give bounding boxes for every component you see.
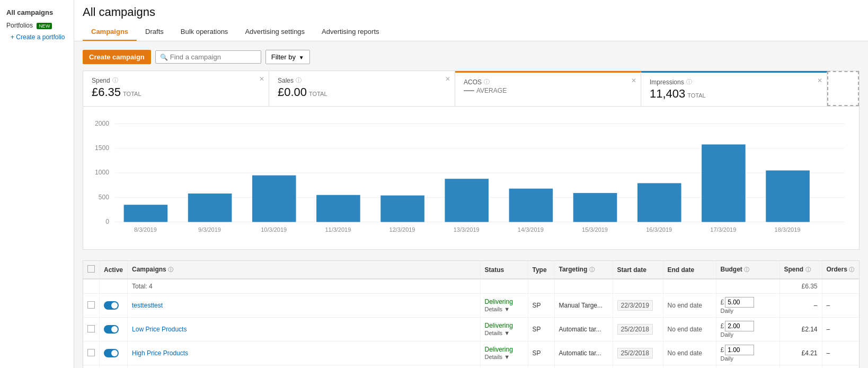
svg-text:1500: 1500 (95, 144, 109, 152)
budget-field[interactable] (725, 297, 754, 308)
svg-text:12/3/2019: 12/3/2019 (389, 226, 415, 233)
budget-input: £ (721, 345, 775, 355)
bar-10 (766, 170, 810, 222)
budget-input: £ (721, 297, 775, 308)
th-campaigns: Campaigns ⓘ (128, 261, 480, 279)
active-toggle[interactable] (104, 349, 119, 357)
bar-7 (573, 193, 617, 222)
sidebar-create-portfolio[interactable]: + Create a portfolio (0, 31, 74, 43)
row-checkbox[interactable] (87, 301, 95, 309)
search-box: 🔍 (155, 50, 261, 64)
sales-value: £0.00 TOTAL (278, 85, 446, 99)
sidebar-item-all-campaigns[interactable]: All campaigns (0, 5, 74, 20)
svg-text:16/3/2019: 16/3/2019 (646, 226, 672, 233)
details-link[interactable]: Details ▼ (485, 354, 510, 360)
th-budget: Budget ⓘ (716, 261, 780, 279)
select-all-checkbox[interactable] (87, 265, 95, 273)
svg-text:0: 0 (105, 218, 109, 225)
svg-text:14/3/2019: 14/3/2019 (518, 226, 544, 233)
content-area: Create campaign 🔍 Filter by ▼ ✕ Spend (74, 41, 868, 368)
tab-drafts[interactable]: Drafts (137, 23, 172, 41)
start-date: 25/2/2018 (617, 348, 653, 358)
acos-dash (464, 90, 474, 91)
budget-field[interactable] (725, 345, 754, 355)
metric-impressions: ✕ Impressions ⓘ 11,403 TOTAL (641, 71, 827, 106)
metric-acos-close[interactable]: ✕ (631, 77, 636, 84)
status-label: Delivering (485, 322, 524, 329)
budget-info-icon[interactable]: ⓘ (744, 267, 749, 273)
tab-advertising-reports[interactable]: Advertising reports (313, 23, 387, 41)
toolbar: Create campaign 🔍 Filter by ▼ (83, 50, 860, 64)
metric-add-card[interactable] (827, 71, 859, 106)
metric-spend-close[interactable]: ✕ (259, 75, 264, 83)
bar-1 (188, 194, 232, 222)
campaigns-info-icon[interactable]: ⓘ (168, 267, 173, 273)
table-row: testtesttest Delivering Details ▼ SP Man… (83, 294, 859, 318)
th-orders: Orders ⓘ (822, 261, 859, 279)
tab-advertising-settings[interactable]: Advertising settings (236, 23, 313, 41)
targeting-cell: Automatic tar... (554, 318, 613, 341)
acos-info-icon[interactable]: ⓘ (484, 78, 490, 86)
type-cell: SP (528, 294, 554, 318)
metric-impressions-close[interactable]: ✕ (817, 77, 822, 84)
table-row: Low Price Products Delivering Details ▼ … (83, 318, 859, 341)
end-date: No end date (668, 349, 702, 357)
svg-text:15/3/2019: 15/3/2019 (582, 226, 608, 233)
th-start-date: Start date (613, 261, 663, 279)
orders-cell: – (822, 341, 859, 365)
svg-text:11/3/2019: 11/3/2019 (325, 226, 351, 233)
impressions-info-icon[interactable]: ⓘ (686, 78, 692, 86)
search-icon: 🔍 (160, 54, 168, 61)
details-link[interactable]: Details ▼ (485, 330, 510, 336)
active-toggle[interactable] (104, 301, 119, 310)
type-cell: SP (528, 341, 554, 365)
sales-info-icon[interactable]: ⓘ (296, 76, 302, 84)
bar-6 (509, 189, 553, 222)
page-title: All campaigns (83, 5, 860, 19)
spend-cell: – (780, 294, 822, 318)
bar-0 (124, 205, 168, 222)
top-header: All campaigns Campaigns Drafts Bulk oper… (74, 0, 868, 41)
svg-text:8/3/2019: 8/3/2019 (134, 226, 157, 233)
budget-daily: Daily (721, 331, 775, 338)
svg-text:2000: 2000 (95, 120, 109, 127)
start-date: 22/3/2019 (617, 300, 653, 311)
table-row: Leisure Paused Details ▼ SP Automatic ta… (83, 365, 859, 368)
svg-text:13/3/2019: 13/3/2019 (454, 226, 480, 233)
th-end-date: End date (663, 261, 716, 279)
campaign-name-link[interactable]: testtesttest (132, 302, 163, 309)
active-toggle[interactable] (104, 325, 119, 334)
th-spend: Spend ⓘ (780, 261, 822, 279)
svg-text:17/3/2019: 17/3/2019 (710, 226, 736, 233)
sidebar-portfolios-section: Portfolios NEW (0, 20, 74, 31)
metric-sales-close[interactable]: ✕ (445, 75, 450, 83)
campaign-name-link[interactable]: High Price Products (132, 349, 188, 357)
impressions-value: 11,403 TOTAL (650, 87, 818, 101)
th-targeting: Targeting ⓘ (554, 261, 613, 279)
budget-field[interactable] (725, 321, 754, 331)
row-checkbox[interactable] (87, 349, 95, 356)
metrics-row: ✕ Spend ⓘ £6.35 TOTAL ✕ Sales ⓘ (83, 71, 860, 107)
create-campaign-button[interactable]: Create campaign (83, 50, 151, 64)
search-input[interactable] (170, 53, 256, 61)
spend-info-icon[interactable]: ⓘ (805, 267, 811, 273)
end-date: No end date (668, 302, 702, 309)
spend-cell: – (780, 365, 822, 368)
tab-bulk-operations[interactable]: Bulk operations (172, 23, 237, 41)
sales-label: Sales (278, 77, 294, 84)
orders-info-icon[interactable]: ⓘ (849, 267, 854, 273)
main-content: All campaigns Campaigns Drafts Bulk oper… (74, 0, 868, 368)
orders-cell: – (822, 365, 859, 368)
filter-button[interactable]: Filter by ▼ (265, 50, 310, 64)
tab-campaigns[interactable]: Campaigns (83, 23, 137, 41)
targeting-info-icon[interactable]: ⓘ (589, 267, 595, 273)
type-cell: SP (528, 365, 554, 368)
metric-sales: ✕ Sales ⓘ £0.00 TOTAL (269, 71, 455, 106)
bar-5 (445, 179, 489, 222)
details-link[interactable]: Details ▼ (485, 306, 510, 312)
bar-3 (316, 195, 360, 222)
spend-info-icon[interactable]: ⓘ (112, 76, 118, 84)
row-checkbox[interactable] (87, 325, 95, 332)
campaign-name-link[interactable]: Low Price Products (132, 326, 187, 333)
bar-4 (380, 196, 424, 222)
